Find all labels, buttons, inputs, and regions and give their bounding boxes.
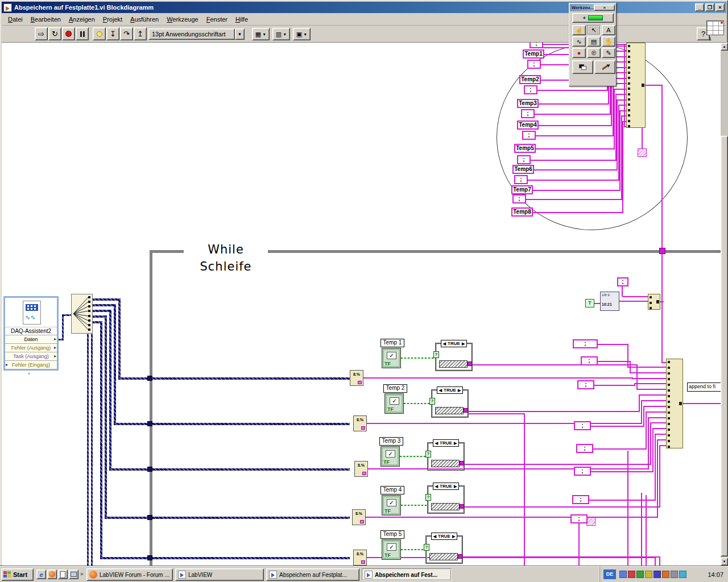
string-constant-temp[interactable]: Temp1 [523, 49, 544, 59]
case-next-arrow[interactable]: ▶ [458, 388, 461, 393]
string-wire[interactable] [634, 383, 666, 384]
string-wire[interactable] [591, 426, 643, 427]
string-wire[interactable] [657, 439, 666, 440]
semicolon-constant[interactable]: ; [574, 467, 591, 476]
string-constant-temp[interactable]: Temp2 [519, 75, 541, 84]
semicolon-constant[interactable]: ; [570, 514, 588, 523]
while-loop-tunnel[interactable] [659, 248, 665, 254]
string-wire[interactable] [534, 169, 617, 171]
loop-tunnel[interactable] [147, 376, 152, 381]
string-wire[interactable] [661, 85, 663, 363]
boolean-wire[interactable] [404, 403, 431, 404]
tool-breakpoint-button[interactable]: ● [572, 48, 586, 58]
case-output-tunnel[interactable] [460, 504, 464, 509]
string-wire[interactable] [648, 417, 666, 418]
tray-icon-7[interactable] [671, 571, 678, 578]
string-wire[interactable] [642, 128, 643, 148]
case-selector-label[interactable]: ◀TRUE▶ [431, 533, 457, 540]
boolean-label[interactable]: Temp 1 [380, 339, 404, 347]
menu-ausfhren[interactable]: Ausführen [126, 14, 163, 24]
string-wire[interactable] [660, 301, 664, 302]
format-into-string-node[interactable]: 8.% [354, 461, 368, 477]
font-selector-arrow[interactable]: ▼ [235, 28, 245, 40]
boolean-label[interactable]: Temp 2 [383, 384, 407, 393]
hatched-string-constant[interactable] [431, 460, 460, 467]
boolean-terminal[interactable]: ✓TF [384, 393, 404, 414]
tool-edit-text-button[interactable]: A [602, 25, 615, 35]
tool-paintbrush-button[interactable] [594, 60, 615, 74]
boolean-wire[interactable] [400, 456, 427, 457]
case-selector-terminal[interactable]: ? [425, 451, 431, 458]
tools-palette[interactable]: Werkzeu... × + ☝ ↖ A ∿ ▤ ✋ ● ℗ ✎ [569, 3, 617, 86]
case-prev-arrow[interactable]: ◀ [433, 534, 436, 539]
hatched-string-constant[interactable] [429, 553, 458, 560]
string-wire[interactable] [528, 180, 618, 181]
daq-expander[interactable]: ▿ [28, 371, 30, 376]
case-selector-terminal[interactable]: ? [425, 494, 431, 501]
string-wire[interactable] [622, 121, 623, 213]
highlight-execution-button[interactable] [93, 27, 106, 40]
semicolon-constant[interactable]: ; [514, 175, 528, 184]
string-wire[interactable] [648, 417, 649, 469]
semicolon-constant[interactable]: ; [517, 155, 531, 164]
scroll-up-button[interactable]: ▲ [721, 43, 728, 51]
tool-position-button[interactable]: ↖ [587, 25, 601, 35]
boolean-terminal[interactable]: ✓TF [382, 539, 401, 560]
font-selector[interactable]: 13pt Anwendungsschriftart [148, 28, 235, 40]
format-into-string-node[interactable]: 8.% [353, 550, 367, 566]
vertical-scrollbar[interactable]: ▲ ▼ [721, 43, 728, 566]
string-wire[interactable] [622, 286, 623, 297]
split-signals-node[interactable] [71, 294, 93, 334]
case-output-tunnel[interactable] [464, 408, 468, 413]
menu-bearbeiten[interactable]: Bearbeiten [27, 14, 65, 24]
string-wire[interactable] [641, 400, 666, 401]
string-constant-temp[interactable]: Temp7 [511, 185, 533, 194]
semicolon-constant[interactable]: ; [512, 194, 526, 203]
semicolon-constant[interactable]: ; [573, 339, 598, 348]
tray-icon-6[interactable] [662, 571, 669, 578]
string-wire[interactable] [465, 464, 650, 465]
menu-fenster[interactable]: Fenster [202, 14, 231, 24]
case-next-arrow[interactable]: ▶ [454, 484, 457, 489]
minimize-button[interactable]: _ [695, 3, 704, 11]
string-wire[interactable] [366, 517, 657, 518]
dynamic-data-wire[interactable] [91, 334, 93, 566]
string-wire[interactable] [473, 364, 636, 365]
scrollbar-thumb[interactable] [721, 136, 728, 556]
menu-datei[interactable]: Datei [4, 14, 27, 24]
loop-tunnel[interactable] [147, 421, 152, 426]
close-button[interactable]: × [715, 3, 725, 11]
string-wire[interactable] [536, 148, 614, 149]
boolean-terminal[interactable]: ✓TF [382, 348, 401, 368]
run-continuous-button[interactable]: ↻ [48, 27, 61, 40]
language-indicator[interactable]: DE [603, 569, 616, 579]
case-output-tunnel[interactable] [468, 361, 472, 366]
case-selector-terminal[interactable]: ? [424, 544, 429, 551]
tray-icon-1[interactable] [619, 571, 627, 578]
tray-icon-5[interactable] [653, 571, 661, 578]
string-constant-temp[interactable]: Temp5 [514, 144, 536, 153]
semicolon-constant[interactable]: ; [577, 380, 594, 389]
string-wire[interactable] [591, 471, 652, 472]
string-wire[interactable] [655, 434, 666, 435]
daq-port-fehler--ausgang-[interactable]: Fehler (Ausgang)▸ [5, 343, 57, 352]
case-output-tunnel[interactable] [458, 554, 462, 559]
format-datetime-node[interactable]: 1/8 S 10:21 [600, 292, 619, 311]
string-constant-temp[interactable]: Temp3 [517, 99, 539, 108]
string-constant-temp[interactable]: Temp4 [517, 120, 539, 130]
menu-anzeigen[interactable]: Anzeigen [65, 14, 99, 24]
concatenate-strings-node[interactable] [648, 294, 660, 310]
string-wire[interactable] [594, 303, 600, 304]
tools-palette-titlebar[interactable]: Werkzeu... × [570, 4, 615, 11]
boolean-terminal[interactable]: ✓TF [382, 495, 401, 516]
dynamic-data-wire[interactable] [93, 304, 114, 306]
string-wire[interactable] [646, 495, 647, 566]
case-next-arrow[interactable]: ▶ [454, 441, 457, 446]
dynamic-data-wire[interactable] [118, 377, 350, 380]
tool-color-swatches-button[interactable] [572, 60, 593, 74]
boolean-terminal[interactable]: ✓TF [380, 446, 400, 467]
string-wire[interactable] [463, 556, 659, 558]
string-wire[interactable] [659, 445, 660, 508]
tray-icon-3[interactable] [636, 571, 644, 578]
string-wire[interactable] [646, 411, 666, 413]
